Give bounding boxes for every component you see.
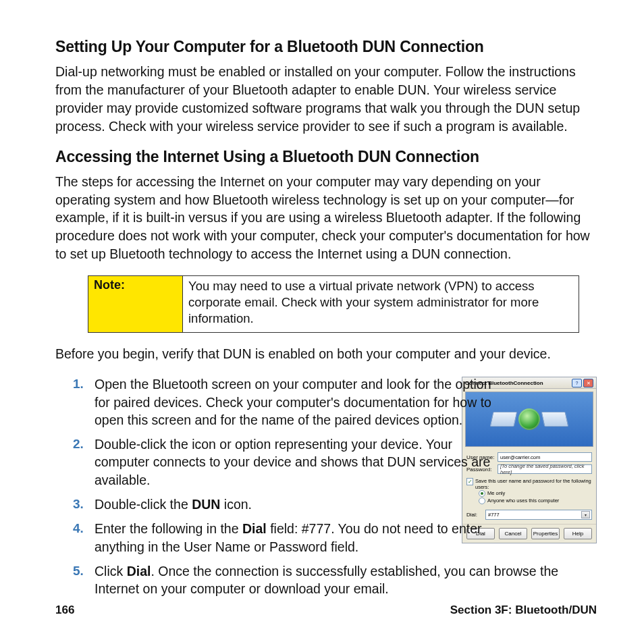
properties-button: Properties bbox=[531, 528, 560, 539]
radio-anyone-label: Anyone who uses this computer bbox=[487, 498, 559, 505]
note-label: Note: bbox=[88, 276, 183, 332]
username-field: user@carrier.com bbox=[498, 452, 592, 462]
paragraph-accessing: The steps for accessing the Internet on … bbox=[55, 173, 597, 264]
heading-accessing: Accessing the Internet Using a Bluetooth… bbox=[55, 148, 597, 166]
chevron-down-icon: ▾ bbox=[581, 511, 590, 518]
help-icon: ? bbox=[572, 379, 582, 387]
steps-container: Connect BluetoothConnection ? ✕ User nam… bbox=[55, 375, 597, 597]
manual-page: Setting Up Your Computer for a Bluetooth… bbox=[0, 0, 644, 644]
laptop-icon bbox=[541, 412, 569, 427]
step-1: Open the Bluetooth screen on your comput… bbox=[73, 375, 497, 429]
step-3: Double-click the DUN icon. bbox=[73, 495, 497, 513]
cancel-button: Cancel bbox=[499, 528, 527, 539]
globe-icon bbox=[518, 408, 540, 430]
note-text: You may need to use a virtual private ne… bbox=[183, 276, 579, 332]
close-icon: ✕ bbox=[583, 379, 593, 387]
section-title: Section 3F: Bluetooth/DUN bbox=[450, 603, 597, 617]
page-footer: 166 Section 3F: Bluetooth/DUN bbox=[55, 603, 597, 617]
heading-setup: Setting Up Your Computer for a Bluetooth… bbox=[55, 38, 597, 56]
paragraph-setup: Dial-up networking must be enabled or in… bbox=[55, 63, 597, 136]
note-box: Note: You may need to use a virtual priv… bbox=[88, 275, 579, 333]
paragraph-before-begin: Before you begin, verify that DUN is ena… bbox=[55, 345, 597, 363]
step-4: Enter the following in the Dial field: #… bbox=[73, 520, 497, 556]
password-field: [To change the saved password, click her… bbox=[498, 464, 592, 474]
step-5: Click Dial. Once the connection is succe… bbox=[73, 562, 597, 598]
help-button: Help bbox=[564, 528, 592, 539]
step-2: Double-click the icon or option represen… bbox=[73, 435, 497, 489]
dial-field: #777 ▾ bbox=[485, 510, 592, 520]
page-number: 166 bbox=[55, 603, 74, 617]
